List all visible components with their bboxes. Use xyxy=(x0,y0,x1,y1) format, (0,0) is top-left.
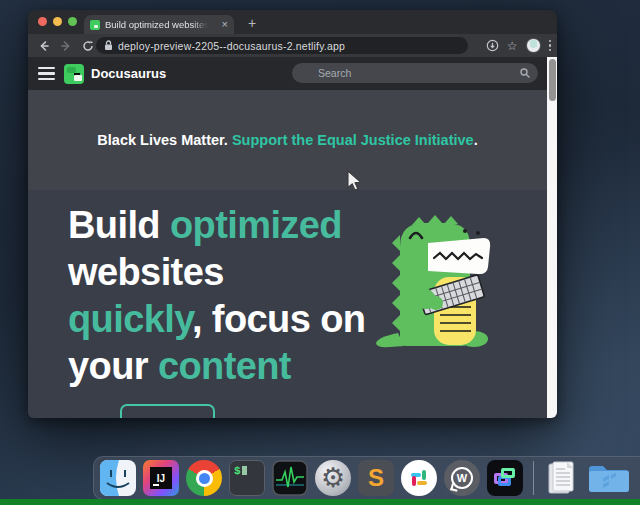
dock-item-system-preferences[interactable]: ⚙ xyxy=(315,460,351,496)
page-viewport: Docusaurus Black Lives Matter. Support t… xyxy=(28,57,557,418)
new-tab-button[interactable]: + xyxy=(242,14,262,32)
hero-heading-line: websites xyxy=(68,249,365,296)
forward-icon[interactable] xyxy=(58,38,74,54)
hero-outline-button[interactable] xyxy=(120,404,215,418)
announcement-text: Black Lives Matter. Support the Equal Ju… xyxy=(97,132,477,148)
browser-toolbar: deploy-preview-2205--docusaurus-2.netlif… xyxy=(28,34,557,57)
close-window-button[interactable] xyxy=(38,17,47,26)
hero-section: Build optimizedwebsitesquickly, focus on… xyxy=(28,190,547,418)
dock-item-google-chrome[interactable] xyxy=(186,460,222,496)
address-bar[interactable]: deploy-preview-2205--docusaurus-2.netlif… xyxy=(96,37,468,54)
hero-heading-line: Build optimized xyxy=(68,202,365,249)
dock-item-intellij-idea[interactable]: IJ xyxy=(143,460,179,496)
hero-heading-segment: content xyxy=(158,345,291,387)
scrollbar-thumb[interactable] xyxy=(549,59,556,101)
hero-heading-segment: , focus on xyxy=(192,298,365,340)
dock-item-sublime-text[interactable]: S xyxy=(358,460,394,496)
docusaurus-logo-icon[interactable] xyxy=(64,64,84,84)
terminal-prompt-glyph: $ xyxy=(234,465,241,477)
minimize-window-button[interactable] xyxy=(53,17,62,26)
slack-logo-icon xyxy=(409,468,429,488)
banner-link[interactable]: Support the Equal Justice Initiative xyxy=(232,132,474,148)
docusaurus-dinosaur-illustration xyxy=(370,211,500,353)
dock-item-activity-monitor[interactable] xyxy=(272,460,308,496)
banner-bold-text: Black Lives Matter. xyxy=(97,132,232,148)
menu-hamburger-icon[interactable] xyxy=(38,67,55,81)
dock-item-downloads-folder[interactable] xyxy=(587,460,631,496)
bottom-green-strip xyxy=(0,499,640,505)
mouse-cursor xyxy=(346,170,363,192)
hero-heading-segment: websites xyxy=(68,251,224,293)
dock-item-terminal[interactable]: $ xyxy=(229,460,265,496)
hero-heading-line: quickly, focus on xyxy=(68,296,365,343)
chrome-menu-icon[interactable] xyxy=(549,40,552,52)
docusaurus-favicon-icon xyxy=(90,20,100,30)
intellij-ij-glyph: IJ xyxy=(150,467,172,489)
reload-icon[interactable] xyxy=(80,38,96,54)
hero-heading-line: your content xyxy=(68,343,365,390)
hero-heading: Build optimizedwebsitesquickly, focus on… xyxy=(68,202,365,390)
page-scrollbar[interactable] xyxy=(547,57,557,418)
tab-strip: Build optimized websites quick × + xyxy=(28,10,557,34)
dock-item-workplace-chat[interactable]: W xyxy=(444,460,480,496)
sublime-s-glyph: S xyxy=(368,464,384,492)
tab-title: Build optimized websites quick xyxy=(105,19,208,30)
workplace-w-glyph: W xyxy=(451,467,473,489)
hero-heading-segment: Build xyxy=(68,204,170,246)
browser-window: Build optimized websites quick × + deplo… xyxy=(28,10,557,418)
hero-heading-segment: your xyxy=(68,345,158,387)
dock-item-finder[interactable] xyxy=(100,460,136,496)
dock-item-documents-stack[interactable] xyxy=(544,460,580,496)
banner-period: . xyxy=(474,132,478,148)
hero-heading-segment: quickly xyxy=(68,298,192,340)
hero-heading-segment: optimized xyxy=(170,204,342,246)
browser-tab[interactable]: Build optimized websites quick × xyxy=(84,15,234,34)
url-text: deploy-preview-2205--docusaurus-2.netlif… xyxy=(118,40,345,52)
circle-arrow-icon[interactable] xyxy=(486,39,499,52)
back-icon[interactable] xyxy=(36,38,52,54)
dock-divider xyxy=(533,461,534,495)
search-input[interactable] xyxy=(292,63,538,83)
announcement-banner: Black Lives Matter. Support the Equal Ju… xyxy=(28,90,547,190)
traffic-lights xyxy=(38,17,77,26)
lock-icon xyxy=(104,40,113,51)
site-brand[interactable]: Docusaurus xyxy=(91,66,166,81)
dock-item-kap[interactable] xyxy=(487,460,523,496)
zoom-window-button[interactable] xyxy=(68,17,77,26)
site-navbar: Docusaurus xyxy=(28,57,557,90)
profile-avatar[interactable] xyxy=(526,38,541,53)
tab-close-icon[interactable]: × xyxy=(222,19,228,30)
dock-item-slack[interactable] xyxy=(401,460,437,496)
bookmark-star-icon[interactable]: ☆ xyxy=(507,40,518,52)
gear-icon: ⚙ xyxy=(321,460,345,496)
dock: IJ $ ⚙ S W xyxy=(93,456,640,500)
